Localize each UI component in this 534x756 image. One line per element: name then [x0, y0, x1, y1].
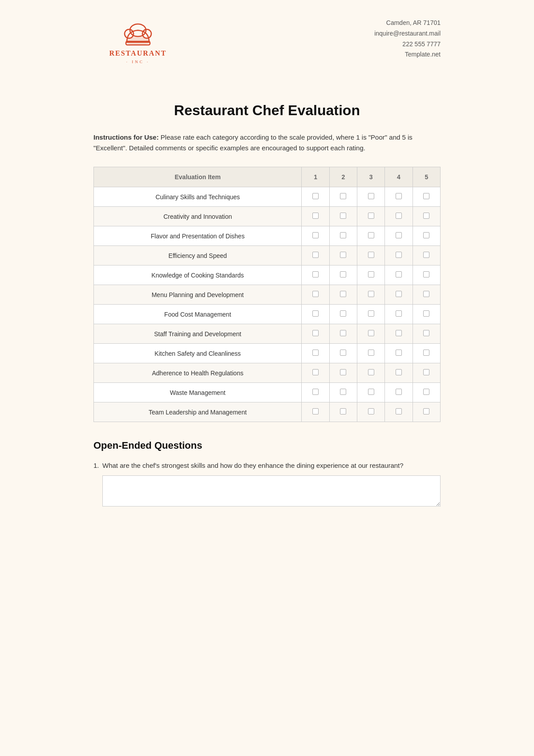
rating-5-cell[interactable] — [413, 363, 440, 383]
checkbox-row3-col1[interactable] — [312, 232, 319, 238]
rating-4-cell[interactable] — [385, 285, 413, 305]
checkbox-row2-col1[interactable] — [312, 213, 319, 219]
rating-4-cell[interactable] — [385, 324, 413, 344]
checkbox-row5-col2[interactable] — [340, 271, 346, 277]
rating-1-cell[interactable] — [302, 187, 329, 207]
rating-1-cell[interactable] — [302, 402, 329, 422]
answer-input-1[interactable] — [102, 475, 441, 507]
rating-1-cell[interactable] — [302, 383, 329, 402]
checkbox-row4-col5[interactable] — [423, 252, 429, 258]
rating-5-cell[interactable] — [413, 226, 440, 246]
checkbox-row12-col3[interactable] — [368, 408, 374, 414]
checkbox-row10-col3[interactable] — [368, 369, 374, 375]
checkbox-row8-col2[interactable] — [340, 330, 346, 336]
checkbox-row7-col3[interactable] — [368, 310, 374, 317]
checkbox-row5-col3[interactable] — [368, 271, 374, 277]
rating-1-cell[interactable] — [302, 363, 329, 383]
rating-5-cell[interactable] — [413, 207, 440, 226]
checkbox-row12-col1[interactable] — [312, 408, 319, 414]
rating-2-cell[interactable] — [329, 324, 357, 344]
rating-2-cell[interactable] — [329, 402, 357, 422]
rating-3-cell[interactable] — [357, 265, 385, 285]
checkbox-row6-col4[interactable] — [396, 291, 402, 297]
rating-4-cell[interactable] — [385, 305, 413, 324]
rating-3-cell[interactable] — [357, 305, 385, 324]
checkbox-row2-col3[interactable] — [368, 213, 374, 219]
checkbox-row11-col5[interactable] — [423, 389, 429, 395]
checkbox-row12-col4[interactable] — [396, 408, 402, 414]
checkbox-row9-col5[interactable] — [423, 350, 429, 356]
rating-2-cell[interactable] — [329, 187, 357, 207]
checkbox-row7-col5[interactable] — [423, 310, 429, 317]
rating-5-cell[interactable] — [413, 265, 440, 285]
rating-2-cell[interactable] — [329, 383, 357, 402]
rating-1-cell[interactable] — [302, 246, 329, 265]
checkbox-row8-col3[interactable] — [368, 330, 374, 336]
checkbox-row12-col2[interactable] — [340, 408, 346, 414]
checkbox-row3-col3[interactable] — [368, 232, 374, 238]
rating-5-cell[interactable] — [413, 324, 440, 344]
rating-3-cell[interactable] — [357, 226, 385, 246]
checkbox-row5-col4[interactable] — [396, 271, 402, 277]
checkbox-row5-col1[interactable] — [312, 271, 319, 277]
rating-1-cell[interactable] — [302, 305, 329, 324]
checkbox-row3-col2[interactable] — [340, 232, 346, 238]
rating-3-cell[interactable] — [357, 324, 385, 344]
checkbox-row1-col3[interactable] — [368, 193, 374, 199]
rating-3-cell[interactable] — [357, 285, 385, 305]
rating-1-cell[interactable] — [302, 344, 329, 363]
rating-3-cell[interactable] — [357, 246, 385, 265]
checkbox-row11-col3[interactable] — [368, 389, 374, 395]
checkbox-row4-col4[interactable] — [396, 252, 402, 258]
checkbox-row3-col5[interactable] — [423, 232, 429, 238]
checkbox-row4-col2[interactable] — [340, 252, 346, 258]
checkbox-row4-col1[interactable] — [312, 252, 319, 258]
checkbox-row7-col1[interactable] — [312, 310, 319, 317]
rating-3-cell[interactable] — [357, 383, 385, 402]
rating-1-cell[interactable] — [302, 226, 329, 246]
rating-1-cell[interactable] — [302, 207, 329, 226]
checkbox-row10-col4[interactable] — [396, 369, 402, 375]
checkbox-row12-col5[interactable] — [423, 408, 429, 414]
rating-5-cell[interactable] — [413, 305, 440, 324]
checkbox-row1-col4[interactable] — [396, 193, 402, 199]
rating-3-cell[interactable] — [357, 402, 385, 422]
checkbox-row2-col4[interactable] — [396, 213, 402, 219]
checkbox-row8-col4[interactable] — [396, 330, 402, 336]
checkbox-row9-col1[interactable] — [312, 350, 319, 356]
checkbox-row11-col4[interactable] — [396, 389, 402, 395]
rating-3-cell[interactable] — [357, 187, 385, 207]
rating-2-cell[interactable] — [329, 265, 357, 285]
rating-4-cell[interactable] — [385, 402, 413, 422]
checkbox-row6-col2[interactable] — [340, 291, 346, 297]
rating-3-cell[interactable] — [357, 344, 385, 363]
checkbox-row1-col2[interactable] — [340, 193, 346, 199]
checkbox-row2-col5[interactable] — [423, 213, 429, 219]
rating-5-cell[interactable] — [413, 402, 440, 422]
checkbox-row9-col4[interactable] — [396, 350, 402, 356]
checkbox-row8-col5[interactable] — [423, 330, 429, 336]
checkbox-row5-col5[interactable] — [423, 271, 429, 277]
checkbox-row10-col2[interactable] — [340, 369, 346, 375]
checkbox-row11-col2[interactable] — [340, 389, 346, 395]
rating-2-cell[interactable] — [329, 285, 357, 305]
checkbox-row6-col1[interactable] — [312, 291, 319, 297]
rating-4-cell[interactable] — [385, 383, 413, 402]
rating-2-cell[interactable] — [329, 344, 357, 363]
rating-4-cell[interactable] — [385, 344, 413, 363]
rating-5-cell[interactable] — [413, 344, 440, 363]
checkbox-row9-col3[interactable] — [368, 350, 374, 356]
rating-5-cell[interactable] — [413, 246, 440, 265]
rating-5-cell[interactable] — [413, 383, 440, 402]
checkbox-row2-col2[interactable] — [340, 213, 346, 219]
checkbox-row10-col1[interactable] — [312, 369, 319, 375]
rating-4-cell[interactable] — [385, 207, 413, 226]
checkbox-row7-col4[interactable] — [396, 310, 402, 317]
rating-1-cell[interactable] — [302, 285, 329, 305]
checkbox-row8-col1[interactable] — [312, 330, 319, 336]
checkbox-row11-col1[interactable] — [312, 389, 319, 395]
rating-2-cell[interactable] — [329, 305, 357, 324]
rating-4-cell[interactable] — [385, 187, 413, 207]
rating-3-cell[interactable] — [357, 363, 385, 383]
rating-2-cell[interactable] — [329, 363, 357, 383]
